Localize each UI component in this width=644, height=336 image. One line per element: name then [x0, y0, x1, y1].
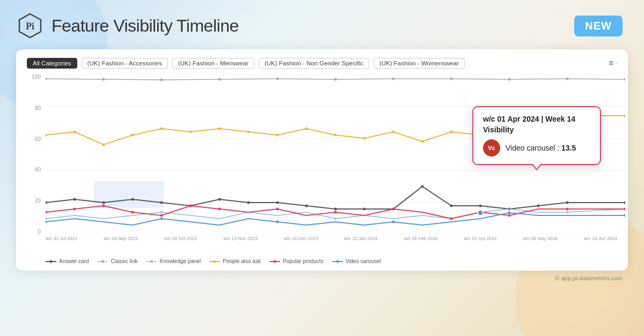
svg-point-67: [74, 208, 76, 211]
svg-point-85: [624, 214, 626, 217]
svg-point-27: [247, 131, 250, 133]
svg-point-26: [218, 128, 221, 130]
chart-menu-button[interactable]: ≡ ·: [609, 58, 617, 68]
svg-point-62: [334, 218, 336, 220]
copyright: © app.pi-datametrics.com: [555, 275, 623, 281]
footer: © app.pi-datametrics.com: [0, 271, 644, 281]
svg-point-76: [450, 218, 453, 220]
svg-point-84: [508, 212, 511, 214]
svg-point-75: [392, 208, 395, 211]
svg-point-55: [479, 205, 482, 207]
x-axis: w/c 31 Jul 2023 w/c 04 Sep 2023 w/c 09 O…: [46, 236, 617, 241]
svg-point-94: [214, 260, 216, 263]
svg-point-25: [189, 131, 192, 133]
svg-point-78: [566, 208, 569, 211]
svg-point-41: [74, 198, 76, 201]
chart-container: All Categories(UK) Fashion - Accessories…: [16, 49, 628, 271]
svg-point-77: [508, 214, 511, 217]
svg-point-70: [160, 214, 163, 217]
tab--uk--fashion---menswear[interactable]: (UK) Fashion - Menswear: [172, 58, 254, 69]
svg-point-83: [392, 221, 395, 223]
svg-point-57: [537, 205, 540, 207]
svg-point-51: [363, 208, 366, 211]
svg-point-80: [46, 221, 47, 223]
svg-point-20: [46, 134, 47, 137]
tab--uk--fashion---non-gender-specific[interactable]: (UK) Fashion - Non Gender Specific: [259, 58, 369, 69]
page-title: Feature Visibility Timeline: [52, 16, 239, 36]
tooltip-value-text: Video carousel : 13.5: [506, 144, 576, 152]
svg-point-59: [624, 201, 626, 204]
new-badge: NEW: [574, 16, 623, 36]
svg-text:Pi: Pi: [26, 21, 34, 32]
x-label-2: w/c 04 Sep 2023: [104, 236, 137, 241]
svg-point-72: [218, 208, 221, 211]
svg-point-17: [508, 78, 511, 81]
legend-knowledge-panel: Knowledge panel: [147, 258, 201, 264]
svg-point-53: [421, 185, 424, 188]
header-left: Pi Feature Visibility Timeline: [16, 12, 239, 40]
y-label-100: 100: [27, 74, 43, 80]
svg-point-19: [624, 78, 626, 81]
legend-popular-products: Popular products: [269, 258, 324, 264]
svg-point-50: [334, 208, 337, 211]
svg-point-12: [218, 78, 221, 81]
svg-point-98: [336, 260, 339, 263]
y-label-60: 60: [27, 136, 43, 142]
tooltip-section: Visibility: [483, 125, 590, 134]
tab-all-categories[interactable]: All Categories: [27, 58, 77, 69]
svg-point-66: [46, 211, 47, 214]
svg-point-69: [131, 211, 134, 214]
svg-point-21: [74, 131, 76, 133]
svg-point-71: [189, 205, 192, 207]
y-axis: 0 20 40 60 80 100: [27, 74, 43, 235]
tooltip-date: w/c 01 Apr 2024 | Week 14: [483, 115, 590, 123]
tooltip-arrow-inner: [532, 163, 541, 169]
y-label-0: 0: [27, 229, 43, 235]
x-label-10: w/c 10 Jun 2024: [584, 236, 617, 241]
svg-point-60: [46, 218, 47, 220]
svg-point-11: [160, 79, 163, 81]
y-label-20: 20: [27, 198, 43, 204]
tab--uk--fashion---womenswear[interactable]: (UK) Fashion - Womenswear: [374, 58, 465, 69]
svg-point-44: [160, 201, 163, 204]
svg-point-22: [103, 144, 105, 146]
svg-point-39: [624, 115, 626, 117]
tooltip-feature-label: Video carousel: [506, 144, 555, 152]
svg-point-47: [247, 201, 250, 204]
knowledge-panel-line: [46, 209, 625, 219]
svg-point-86: [478, 210, 483, 215]
svg-rect-8: [94, 181, 164, 208]
x-label-7: w/c 26 Feb 2024: [404, 236, 437, 241]
x-label-1: w/c 31 Jul 2023: [46, 236, 77, 241]
svg-point-79: [624, 208, 626, 211]
svg-point-81: [160, 218, 163, 220]
svg-point-10: [103, 78, 105, 81]
svg-point-24: [160, 128, 163, 130]
x-label-9: w/c 06 May 2024: [523, 236, 558, 241]
svg-point-40: [46, 201, 47, 204]
svg-point-28: [276, 134, 279, 137]
svg-point-73: [276, 208, 279, 211]
legend-people-also-ask: People also ask: [209, 258, 261, 264]
legend-answer-card: Answer card: [46, 258, 89, 264]
svg-point-61: [160, 211, 163, 213]
svg-point-58: [566, 201, 569, 204]
svg-point-9: [46, 78, 47, 80]
svg-point-74: [334, 211, 337, 214]
tooltip: w/c 01 Apr 2024 | Week 14 Visibility Vc …: [472, 106, 601, 165]
chart-toolbar: All Categories(UK) Fashion - Accessories…: [27, 58, 617, 69]
svg-point-30: [334, 134, 337, 137]
hamburger-icon: ≡: [609, 58, 613, 68]
svg-point-18: [566, 78, 569, 80]
x-label-6: w/c 22 Jan 2024: [344, 236, 377, 241]
svg-point-43: [131, 198, 134, 201]
svg-point-23: [131, 134, 134, 137]
svg-point-49: [305, 205, 308, 207]
svg-point-96: [273, 260, 276, 263]
y-label-40: 40: [27, 167, 43, 173]
svg-point-33: [421, 140, 424, 143]
tab--uk--fashion---accessories[interactable]: (UK) Fashion - Accessories: [82, 58, 168, 69]
svg-point-82: [276, 221, 279, 223]
chart-area: 0 20 40 60 80 100: [27, 74, 617, 256]
header: Pi Feature Visibility Timeline NEW: [0, 0, 644, 49]
